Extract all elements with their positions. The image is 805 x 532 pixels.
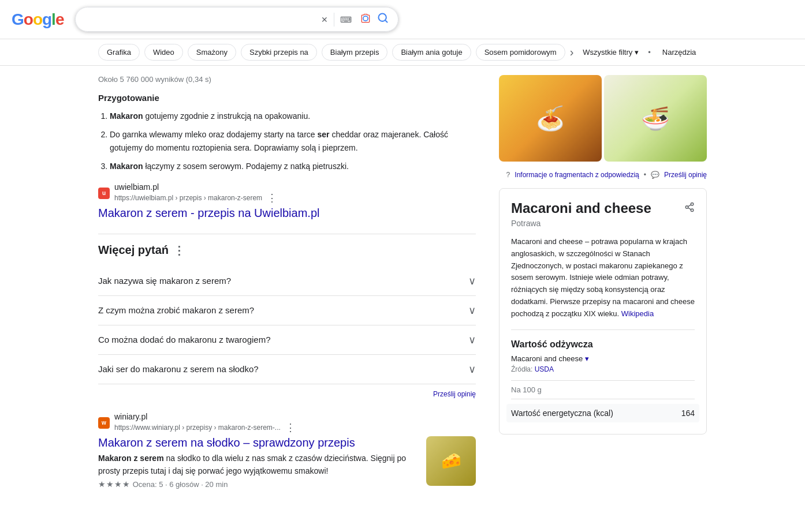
source-url: https://uwielbiam.pl › przepis › makaron… (114, 194, 262, 202)
svg-line-2 (385, 20, 387, 23)
more-questions: Więcej pytań ⋮ Jak nazywa się makaron z … (98, 243, 476, 398)
svg-line-7 (688, 204, 691, 206)
second-source-url: https://www.winiary.pl › przepisy › maka… (114, 424, 281, 432)
nutrition-dropdown[interactable]: ▾ (585, 354, 589, 363)
faq-row-3[interactable]: Co można dodać do makaronu z twarogiem? … (98, 325, 476, 354)
usda-link[interactable]: USDA (535, 365, 554, 373)
send-opinion-faq[interactable]: Prześlij opinię (433, 390, 476, 398)
svg-line-6 (688, 208, 691, 209)
mq-header: Więcej pytań ⋮ (98, 243, 476, 257)
energy-row: Wartość energetyczna (kcal) 164 (506, 404, 699, 422)
clear-icon[interactable]: ✕ (321, 15, 328, 24)
filter-bar: Grafika Wideo Smażony Szybki przepis na … (0, 39, 805, 66)
search-button[interactable] (377, 12, 389, 27)
divider-1 (98, 234, 476, 234)
filter-sosem[interactable]: Sosem pomidorowym (476, 44, 565, 61)
keyboard-icon[interactable]: ⌨ (340, 15, 352, 24)
faq-question-3: Co można dodać do makaronu z twarogiem? (98, 335, 271, 344)
faq-chevron-1: ∨ (468, 275, 476, 287)
logo-o1: o (24, 10, 33, 28)
results-column: Około 5 760 000 wyników (0,34 s) Przygot… (98, 75, 476, 489)
filter-smazony[interactable]: Smażony (188, 44, 236, 61)
filter-wideo[interactable]: Wideo (144, 44, 183, 61)
faq-item-4: Jaki ser do makaronu z serem na słodko? … (98, 355, 476, 384)
recipe-steps: Makaron gotujemy zgodnie z instrukcją na… (98, 110, 476, 173)
info-subtitle: Potrawa (511, 219, 695, 228)
second-result: w winiary.pl https://www.winiary.pl › pr… (98, 412, 476, 489)
filter-bialym[interactable]: Białym przepis (322, 44, 388, 61)
search-input[interactable]: makaron z serem (85, 14, 315, 25)
faq-question-1: Jak nazywa się makaron z serem? (98, 276, 231, 286)
search-bar: makaron z serem ✕ ⌨ (75, 7, 398, 32)
faq-chevron-2: ∨ (468, 304, 476, 317)
recipe-snippet: Przygotowanie Makaron gotujemy zgodnie z… (98, 93, 476, 220)
second-source-line: w winiary.pl https://www.winiary.pl › pr… (98, 412, 476, 434)
right-images: 🍝 🍜 (499, 75, 707, 162)
results-count: Około 5 760 000 wyników (0,34 s) (98, 75, 476, 84)
divider (334, 13, 334, 27)
faq-row-4[interactable]: Jaki ser do makaronu z serem na słodko? … (98, 355, 476, 384)
share-icon[interactable] (684, 202, 695, 215)
step-2: Do garnka wlewamy mleko oraz dodajemy st… (110, 128, 476, 154)
info-column: 🍝 🍜 ? Informacje o fragmentach z odpowie… (499, 75, 707, 489)
filter-szybki[interactable]: Szybki przepis na (241, 44, 317, 61)
comment-icon: 💬 (651, 171, 659, 179)
source-menu-icon[interactable]: ⋮ (267, 192, 277, 204)
nutrition-section: Wartość odżywcza Macaroni and cheese ▾ Ź… (511, 339, 695, 422)
nutrition-selector: Macaroni and cheese ▾ (511, 354, 695, 363)
result-thumbnail: 🧀 (426, 436, 476, 486)
faq-chevron-4: ∨ (468, 363, 476, 376)
second-result-inner: Makaron z serem na słodko – sprawdzony p… (98, 436, 476, 489)
source-line: u uwielbiam.pl https://uwielbiam.pl › pr… (98, 182, 476, 204)
logo-l: l (51, 10, 55, 28)
opinion-info-icon: ? (506, 171, 510, 179)
logo-o2: o (33, 10, 42, 28)
right-image-1: 🍝 (499, 75, 602, 162)
source-favicon: u (98, 188, 110, 199)
filter-bialym-ania[interactable]: Białym ania gotuje (392, 44, 471, 61)
recipe-title: Przygotowanie (98, 93, 476, 103)
info-desc: Macaroni and cheese – potrawa popularna … (511, 236, 695, 330)
source-domain: uwielbiam.pl (114, 182, 277, 192)
nutrition-source: Źródła: USDA (511, 365, 695, 373)
energy-value: 164 (681, 409, 695, 418)
result-link-1[interactable]: Makaron z serem - przepis na Uwielbiam.p… (98, 207, 319, 219)
all-filters[interactable]: Wszystkie filtry ▾ (583, 48, 639, 57)
info-fragments-link[interactable]: Informacje o fragmentach z odpowiedzią (515, 171, 639, 179)
send-opinion-link[interactable]: Prześlij opinię (664, 171, 707, 179)
info-panel: Macaroni and cheese Potrawa Macaroni and… (499, 188, 707, 434)
header: Google makaron z serem ✕ ⌨ (0, 0, 805, 39)
result-link-2[interactable]: Makaron z serem na słodko – sprawdzony p… (98, 436, 355, 449)
energy-label: Wartość energetyczna (kcal) (511, 409, 613, 418)
second-source-domain: winiary.pl (114, 412, 296, 421)
faq-item-2: Z czym można zrobić makaron z serem? ∨ (98, 296, 476, 325)
step-3: Makaron łączymy z sosem serowym. Podajem… (110, 160, 476, 173)
per-100g-label: Na 100 g (511, 380, 695, 399)
faq-item-1: Jak nazywa się makaron z serem? ∨ (98, 267, 476, 296)
second-source-favicon: w (98, 417, 110, 429)
nutrition-title: Wartość odżywcza (511, 339, 695, 350)
faq-row-2[interactable]: Z czym można zrobić makaron z serem? ∨ (98, 296, 476, 325)
camera-search-icon[interactable] (360, 13, 371, 26)
second-source-menu-icon[interactable]: ⋮ (285, 421, 296, 434)
filter-grafika[interactable]: Grafika (98, 44, 140, 61)
thumb-img: 🧀 (426, 436, 476, 486)
logo-g: G (12, 10, 24, 28)
food-image-2: 🍜 (604, 75, 707, 162)
faq-question-4: Jaki ser do makaronu z serem na słodko? (98, 364, 259, 374)
rating-label: Ocena: 5 · 6 głosów · 20 min (133, 480, 228, 489)
tools-button[interactable]: Narzędzia (662, 48, 696, 57)
filter-more-icon[interactable]: › (570, 46, 574, 59)
main-layout: Około 5 760 000 wyników (0,34 s) Przygot… (0, 75, 805, 489)
faq-row-1[interactable]: Jak nazywa się makaron z serem? ∨ (98, 267, 476, 295)
info-title: Macaroni and cheese (511, 200, 651, 216)
google-logo[interactable]: Google (12, 10, 64, 29)
faq-question-2: Z czym można zrobić makaron z serem? (98, 305, 254, 315)
opinion-line: ? Informacje o fragmentach z odpowiedzią… (499, 171, 707, 179)
logo-g2: g (42, 10, 51, 28)
info-title-row: Macaroni and cheese (511, 200, 695, 216)
wikipedia-link[interactable]: Wikipedia (621, 309, 654, 318)
step-1: Makaron gotujemy zgodnie z instrukcją na… (110, 110, 476, 122)
mq-title: Więcej pytań (98, 243, 169, 257)
mq-dots-icon[interactable]: ⋮ (173, 243, 185, 257)
